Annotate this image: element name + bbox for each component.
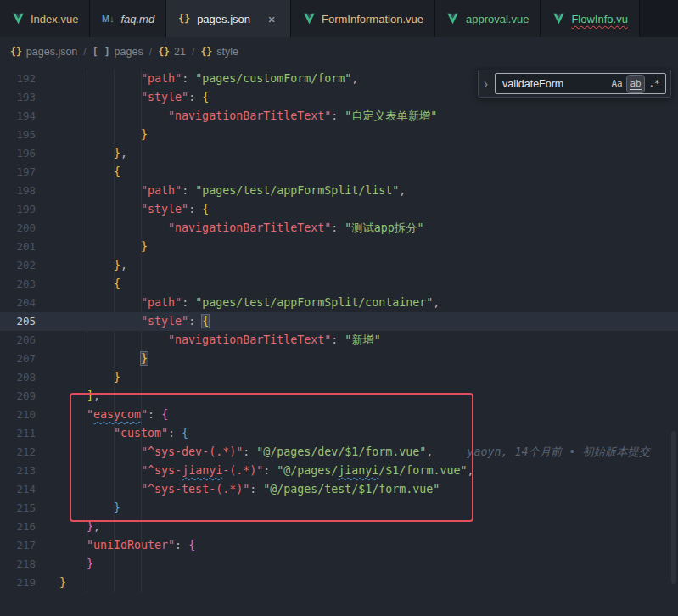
code-text: "style": { [48, 312, 210, 331]
code-text: "path": "pages/test/appFormSplit/list", [48, 182, 406, 200]
line-number: 210 [0, 406, 48, 424]
line-number: 208 [0, 368, 48, 387]
code-line-201[interactable]: 201 } [0, 238, 678, 256]
line-number: 207 [0, 350, 48, 368]
breadcrumb-item-style[interactable]: {}style [200, 46, 238, 58]
code-text: "^sys-jianyi-(.*)": "@/pages/jianyi/$1/f… [48, 462, 473, 480]
code-text: } [48, 350, 148, 368]
code-line-214[interactable]: 214 "^sys-test-(.*)": "@/pages/test/$1/f… [0, 480, 678, 499]
breadcrumb-item-pages[interactable]: [ ]pages [92, 46, 143, 58]
code-text: "easycom": { [48, 406, 168, 424]
code-line-198[interactable]: 198 "path": "pages/test/appFormSplit/lis… [0, 182, 678, 200]
tab-pages.json[interactable]: {}pages.json× [166, 0, 291, 37]
line-number: 204 [0, 294, 48, 312]
toggle-replace-chevron-icon[interactable]: › [480, 77, 491, 91]
token-pun: : [148, 408, 161, 421]
token-orchid: } [87, 557, 93, 570]
token-key: "navigationBarTitleText" [168, 221, 331, 234]
token-pun: , [120, 147, 127, 160]
token-key: easycom [93, 408, 141, 421]
symbol-object-icon: {} [158, 46, 170, 58]
code-text: "path": "pages/customForm/form", [48, 70, 358, 88]
code-line-210[interactable]: 210 "easycom": { [0, 406, 678, 424]
token-str: "@/pages/test/$1/form.vue" [263, 483, 440, 496]
code-line-209[interactable]: 209 ], [0, 387, 678, 406]
tab-Index.vue[interactable]: Index.vue [0, 0, 90, 37]
line-number: 214 [0, 480, 48, 499]
token-ws [59, 427, 114, 440]
breadcrumb-separator: / [149, 46, 152, 58]
code-line-195[interactable]: 195 } [0, 126, 678, 144]
token-key: "navigationBarTitleText" [168, 109, 331, 122]
find-query-text[interactable]: validateForm [502, 78, 607, 90]
code-line-215[interactable]: 215 } [0, 499, 678, 518]
vertical-scrollbar[interactable] [670, 66, 678, 616]
token-str: "pages/test/appFormSplit/list" [195, 184, 399, 197]
token-pun: : [175, 539, 188, 552]
code-text: } [48, 499, 120, 518]
code-line-196[interactable]: 196 }, [0, 144, 678, 163]
token-ws [59, 539, 87, 552]
match-case-icon: Aa [611, 78, 622, 89]
code-line-216[interactable]: 216 }, [0, 518, 678, 536]
token-key: "^sys-test-(.*)" [141, 483, 249, 496]
regex-button[interactable]: .* [646, 76, 663, 92]
code-line-213[interactable]: 213 "^sys-jianyi-(.*)": "@/pages/jianyi/… [0, 462, 678, 480]
code-line-206[interactable]: 206 "navigationBarTitleText": "新增" [0, 331, 678, 350]
token-key: "style" [141, 315, 188, 328]
token-ws [59, 165, 114, 178]
code-line-211[interactable]: 211 "custom": { [0, 424, 678, 443]
token-ws [59, 147, 114, 160]
code-line-199[interactable]: 199 "style": { [0, 200, 678, 219]
line-number: 217 [0, 536, 48, 555]
breadcrumb-item-pages.json[interactable]: {}pages.json [10, 46, 77, 58]
code-line-205[interactable]: 205 "style": { [0, 312, 678, 331]
code-line-207[interactable]: 207 } [0, 350, 678, 368]
token-ws [59, 352, 141, 365]
code-line-194[interactable]: 194 "navigationBarTitleText": "自定义表单新增" [0, 107, 678, 126]
token-gold: { [202, 91, 209, 104]
tab-faq.md[interactable]: M↓faq.md [90, 0, 166, 37]
token-orchid: { [161, 408, 168, 421]
vue-file-icon [302, 12, 316, 25]
whole-word-button[interactable]: ab [627, 76, 644, 92]
tab-bar: Index.vueM↓faq.md{}pages.json×FormInform… [0, 0, 678, 37]
symbol-object-icon: {} [200, 46, 212, 58]
token-ws [59, 389, 87, 402]
find-input[interactable]: validateForm Aaab.* [495, 73, 666, 94]
code-line-212[interactable]: 212 "^sys-dev-(.*)": "@/pages/dev/$1/for… [0, 443, 678, 462]
code-line-200[interactable]: 200 "navigationBarTitleText": "测试app拆分" [0, 219, 678, 238]
line-number: 216 [0, 518, 48, 536]
breadcrumb-label: style [216, 46, 238, 58]
code-line-202[interactable]: 202 }, [0, 256, 678, 275]
token-gold: { [202, 315, 209, 328]
line-number: 200 [0, 219, 48, 238]
token-gold: { [114, 277, 120, 290]
code-line-218[interactable]: 218 } [0, 555, 678, 574]
close-tab-icon[interactable]: × [264, 11, 279, 26]
code-text: "custom": { [48, 424, 188, 443]
code-editor[interactable]: 192 "path": "pages/customForm/form",193 … [0, 66, 678, 616]
json-file-icon: {} [177, 12, 191, 25]
code-line-219[interactable]: 219} [0, 574, 678, 592]
token-gold: } [141, 240, 148, 253]
token-gold: ] [87, 389, 93, 402]
token-gold: } [114, 371, 120, 384]
match-case-button[interactable]: Aa [608, 76, 625, 92]
line-number: 213 [0, 462, 48, 480]
breadcrumb-item-21[interactable]: {}21 [158, 46, 186, 58]
tab-approval.vue[interactable]: approval.vue [435, 0, 541, 37]
scrollbar-thumb[interactable] [671, 431, 676, 584]
code-line-197[interactable]: 197 { [0, 163, 678, 182]
code-text: "style": { [48, 88, 209, 107]
token-gold: } [114, 259, 120, 272]
tab-FormInformation.vue[interactable]: FormInformation.vue [291, 0, 435, 37]
tab-FlowInfo.vu[interactable]: FlowInfo.vu [541, 0, 639, 37]
token-ws [59, 128, 141, 141]
code-line-203[interactable]: 203 { [0, 275, 678, 294]
token-key: " [141, 408, 148, 421]
code-line-204[interactable]: 204 "path": "pages/test/appFormSplit/con… [0, 294, 678, 312]
token-gold: { [202, 203, 209, 216]
code-line-217[interactable]: 217 "uniIdRouter": { [0, 536, 678, 555]
code-line-208[interactable]: 208 } [0, 368, 678, 387]
